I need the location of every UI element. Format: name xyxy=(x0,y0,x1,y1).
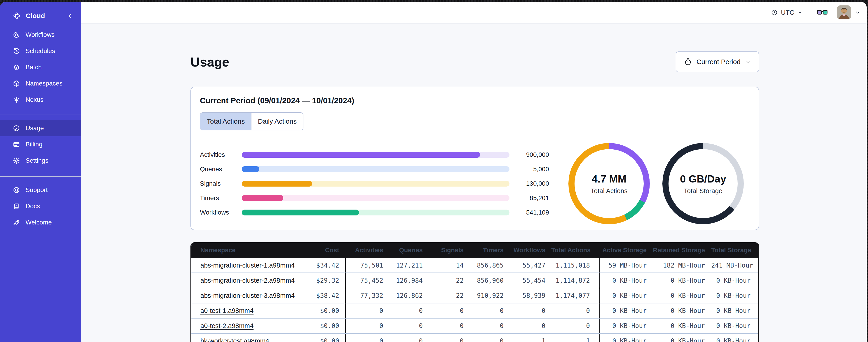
cell-workflows: 55,427 xyxy=(509,262,551,269)
bar-value: 5,000 xyxy=(509,166,549,173)
topbar: UTC xyxy=(81,2,867,24)
namespace-link[interactable]: abs-migration-cluster-2.a98mm4 xyxy=(200,277,294,284)
sidebar-item-batch[interactable]: Batch xyxy=(0,59,81,75)
bar-track xyxy=(242,181,509,186)
table-row: a0-test-1.a98mm4$0.000000000 KB-Hour0 KB… xyxy=(191,303,758,318)
sidebar-item-label: Usage xyxy=(26,125,44,132)
cell-namespace: abs-migration-cluster-1.a98mm4 xyxy=(191,262,295,269)
cell-activities: 75,501 xyxy=(345,258,389,273)
donut-label: Total Storage xyxy=(684,187,722,195)
namespace-link[interactable]: bk-worker-test.a98mm4 xyxy=(200,337,269,342)
cell-queries: 0 xyxy=(389,337,429,342)
support-icon xyxy=(13,186,20,194)
cell-queries: 0 xyxy=(389,322,429,330)
bar-row-activities: Activities900,000 xyxy=(200,147,549,162)
sidebar-item-billing[interactable]: Billing xyxy=(0,136,81,152)
sidebar-item-welcome[interactable]: Welcome xyxy=(0,214,81,231)
tab-total-actions[interactable]: Total Actions xyxy=(200,113,251,130)
cell-active-storage: 0 KB-Hour xyxy=(599,303,653,318)
cell-retained-storage: 0 KB-Hour xyxy=(653,277,711,284)
sidebar-nav-main: WorkflowsSchedulesBatchNamespacesNexus xyxy=(0,27,81,108)
cell-retained-storage: 0 KB-Hour xyxy=(653,322,711,330)
cell-total-storage: 0 KB-Hour xyxy=(711,322,758,330)
donut-total-actions: 4.7 MMTotal Actions xyxy=(568,143,650,224)
cell-namespace: a0-test-2.a98mm4 xyxy=(191,322,295,330)
column-header-signals: Signals xyxy=(429,247,469,254)
cell-workflows: 1 xyxy=(509,337,551,342)
bar-fill xyxy=(242,195,283,201)
sidebar-item-schedules[interactable]: Schedules xyxy=(0,43,81,59)
stopwatch-icon xyxy=(684,58,692,66)
avatar[interactable] xyxy=(837,5,851,20)
cell-retained-storage: 0 KB-Hour xyxy=(653,307,711,314)
table-header-row: NamespaceCostActivitiesQueriesSignalsTim… xyxy=(191,242,758,258)
cell-timers: 910,922 xyxy=(469,292,509,299)
timezone-label: UTC xyxy=(781,9,794,16)
sidebar-item-workflows[interactable]: Workflows xyxy=(0,27,81,43)
namespace-link[interactable]: a0-test-1.a98mm4 xyxy=(200,307,253,314)
cell-signals: 0 xyxy=(429,337,469,342)
namespace-link[interactable]: abs-migration-cluster-3.a98mm4 xyxy=(200,292,294,299)
sidebar-item-docs[interactable]: Docs xyxy=(0,198,81,214)
period-selector-button[interactable]: Current Period xyxy=(676,52,759,72)
batch-icon xyxy=(13,64,20,71)
column-header-cost: Cost xyxy=(295,247,345,254)
collapse-sidebar-icon[interactable] xyxy=(66,12,74,20)
cell-namespace: abs-migration-cluster-2.a98mm4 xyxy=(191,277,295,284)
user-menu-chevron-icon[interactable] xyxy=(855,9,861,15)
bar-track xyxy=(242,210,509,215)
table-row: a0-test-2.a98mm4$0.000000000 KB-Hour0 KB… xyxy=(191,318,758,333)
cell-active-storage: 59 MB-Hour xyxy=(599,258,653,273)
namespace-link[interactable]: abs-migration-cluster-1.a98mm4 xyxy=(200,262,294,269)
cell-total-storage: 0 KB-Hour xyxy=(711,277,758,284)
cell-cost: $0.00 xyxy=(295,307,345,314)
bar-row-timers: Timers85,201 xyxy=(200,191,549,205)
sidebar-item-nexus[interactable]: Nexus xyxy=(0,92,81,108)
cell-activities: 0 xyxy=(345,318,389,333)
cell-active-storage: 0 KB-Hour xyxy=(599,334,653,342)
billing-icon xyxy=(13,141,20,148)
clock-icon xyxy=(771,9,778,16)
column-header-active-storage: Active Storage xyxy=(599,247,653,254)
sidebar-item-settings[interactable]: Settings xyxy=(0,152,81,169)
cell-namespace: a0-test-1.a98mm4 xyxy=(191,307,295,314)
cell-total-actions: 1 xyxy=(551,337,599,342)
chevron-down-icon xyxy=(797,10,803,15)
sidebar-nav-help: SupportDocsWelcome xyxy=(0,182,81,231)
tab-daily-actions[interactable]: Daily Actions xyxy=(251,113,303,130)
cell-total-actions: 0 xyxy=(551,322,599,330)
cell-timers: 0 xyxy=(469,307,509,314)
cell-cost: $38.42 xyxy=(295,292,345,299)
cell-timers: 856,865 xyxy=(469,262,509,269)
cell-total-actions: 0 xyxy=(551,307,599,314)
cell-total-actions: 1,114,872 xyxy=(551,277,599,284)
donut-value: 0 GB/Day xyxy=(680,173,726,185)
bar-row-queries: Queries5,000 xyxy=(200,162,549,176)
app-window: Cloud WorkflowsSchedulesBatchNamespacesN… xyxy=(0,2,867,342)
sidebar-brand: Cloud xyxy=(0,2,81,20)
cell-retained-storage: 0 KB-Hour xyxy=(653,292,711,299)
timezone-selector[interactable]: UTC xyxy=(771,9,803,16)
cell-timers: 0 xyxy=(469,322,509,330)
reader-mode-button[interactable] xyxy=(817,8,828,16)
main-content: Usage Current Period Current Period (09/… xyxy=(81,24,867,342)
sidebar-nav-account: UsageBillingSettings xyxy=(0,120,81,169)
welcome-icon xyxy=(13,219,20,226)
sidebar-item-support[interactable]: Support xyxy=(0,182,81,198)
bar-track xyxy=(242,152,509,158)
sidebar-item-usage[interactable]: Usage xyxy=(0,120,81,136)
cell-cost: $34.42 xyxy=(295,262,345,269)
cell-activities: 75,452 xyxy=(345,273,389,287)
sidebar-divider xyxy=(0,114,81,115)
sidebar-item-label: Settings xyxy=(26,157,48,164)
cell-active-storage: 0 KB-Hour xyxy=(599,288,653,303)
bar-value: 130,000 xyxy=(509,180,549,187)
donut-center-text: 4.7 MMTotal Actions xyxy=(568,143,650,224)
sidebar-item-namespaces[interactable]: Namespaces xyxy=(0,75,81,92)
actions-view-tabs: Total ActionsDaily Actions xyxy=(200,112,303,130)
namespace-link[interactable]: a0-test-2.a98mm4 xyxy=(200,322,253,329)
cell-signals: 14 xyxy=(429,262,469,269)
glasses-icon xyxy=(817,8,828,16)
sidebar-item-label: Workflows xyxy=(26,31,55,38)
brand-label: Cloud xyxy=(26,12,45,20)
